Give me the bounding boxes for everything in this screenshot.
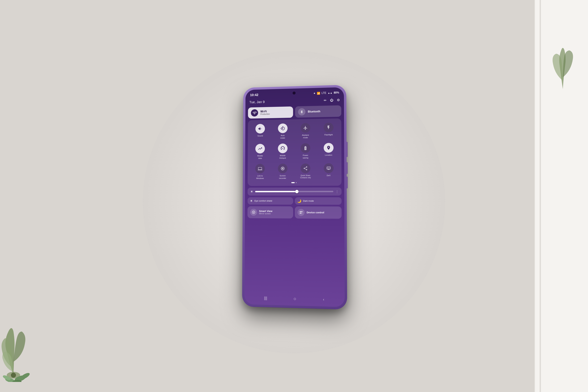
volume-down-button[interactable]: [347, 176, 348, 188]
svg-point-1: [11, 373, 16, 378]
power-saving-tile-icon: [301, 143, 310, 153]
smart-view-icon: [250, 208, 257, 216]
power-saving-tile-label: Powersaving: [303, 154, 308, 159]
location-tile-label: Location: [325, 154, 332, 156]
dot-2: [296, 182, 297, 183]
sound-tile[interactable]: Sound: [249, 122, 271, 141]
media-control-row: Smart View Mirror screen Device control: [247, 206, 342, 218]
dex-tile-label: DeX: [327, 174, 331, 176]
eye-comfort-tile[interactable]: ☀ Eye comfort shield: [248, 197, 293, 204]
quick-panel-date: Tue, Jan 9: [249, 100, 265, 104]
home-nav-icon[interactable]: ○: [293, 296, 296, 302]
brightness-fill: [255, 191, 298, 192]
shelf-divider: [540, 0, 541, 392]
header-action-icons: ✏ ⏻ ⚙: [324, 98, 340, 102]
airplane-tile-icon: [301, 123, 310, 133]
signal-icon: 📶: [317, 92, 320, 94]
quick-tiles-grid: Sound Autorotate: [249, 121, 340, 181]
volume-up-button[interactable]: [347, 162, 348, 174]
connectivity-row: Wi-Fi Production Bluetooth: [248, 105, 341, 118]
mobile-data-tile-icon: [255, 144, 265, 154]
mobile-data-tile-label: Mobiledata: [257, 154, 263, 160]
brightness-more-icon[interactable]: ⋮: [335, 189, 339, 194]
smart-view-label: Smart View: [259, 210, 272, 212]
airplane-tile[interactable]: Airplanemode: [295, 121, 316, 141]
wifi-tile-text: Wi-Fi Production: [260, 110, 270, 116]
wifi-status-icon: ▲▲: [328, 92, 332, 94]
bluetooth-tile-icon: [298, 108, 305, 116]
sound-tile-label: Sound: [257, 134, 263, 137]
link-windows-tile[interactable]: Link toWindows: [249, 162, 271, 181]
phone-screen: 10:42 ⁕ 📶 LTE ▲▲ 80% Tue, Jan 9 ✏ ⏻ ⚙: [244, 87, 345, 307]
brightness-slider[interactable]: [255, 191, 333, 192]
quick-share-tile-icon: [301, 163, 310, 173]
bluetooth-tile[interactable]: Bluetooth: [295, 105, 341, 118]
smart-view-text: Smart View Mirror screen: [259, 210, 272, 215]
phone-device: 10:42 ⁕ 📶 LTE ▲▲ 80% Tue, Jan 9 ✏ ⏻ ⚙: [242, 85, 347, 310]
wifi-tile[interactable]: Wi-Fi Production: [248, 106, 293, 118]
front-camera: [293, 92, 296, 94]
dark-mode-icon: 🌙: [297, 199, 301, 203]
power-icon[interactable]: ⏻: [330, 98, 333, 102]
status-icons: ⁕ 📶 LTE ▲▲ 80%: [313, 91, 339, 95]
device-control-text: Device control: [307, 211, 324, 214]
back-nav-icon[interactable]: ‹: [323, 297, 324, 302]
dot-1: [291, 182, 295, 183]
quick-settings-panel: Wi-Fi Production Bluetooth: [247, 105, 342, 293]
display-options-row: ☀ Eye comfort shield 🌙 Dark mode: [248, 197, 342, 205]
eye-comfort-label: Eye comfort shield: [255, 200, 272, 202]
edit-icon[interactable]: ✏: [324, 98, 327, 102]
wifi-sublabel: Production: [260, 113, 270, 115]
flashlight-tile[interactable]: Flashlight: [318, 121, 340, 140]
power-saving-tile[interactable]: Powersaving: [295, 141, 317, 161]
link-windows-tile-label: Link toWindows: [256, 174, 264, 180]
wifi-tile-icon: [251, 109, 258, 116]
quick-share-tile[interactable]: Quick ShareContacts only: [295, 162, 317, 181]
screen-recorder-tile-label: Screenrecorder: [279, 174, 286, 180]
hotspot-tile-label: MobileHotspot: [279, 154, 286, 159]
hotspot-tile-icon: [278, 143, 287, 153]
network-icon: LTE: [322, 92, 326, 94]
eye-comfort-icon: ☀: [250, 199, 253, 203]
flashlight-tile-icon: [324, 122, 333, 132]
dex-tile-icon: DeX: [324, 163, 334, 173]
screen-recorder-tile-icon: [278, 164, 288, 173]
hotspot-tile[interactable]: MobileHotspot: [272, 142, 293, 161]
bluetooth-label: Bluetooth: [308, 110, 320, 113]
brightness-thumb[interactable]: [295, 190, 299, 193]
sound-tile-icon: [256, 124, 265, 134]
brightness-icon: ☀: [250, 190, 253, 194]
auto-rotate-tile[interactable]: Autorotate: [272, 122, 293, 141]
page-dots: [249, 182, 340, 183]
dark-mode-tile[interactable]: 🌙 Dark mode: [295, 197, 342, 205]
navigation-bar: ||| ○ ‹: [244, 291, 345, 307]
dark-mode-label: Dark mode: [303, 200, 314, 202]
flashlight-tile-label: Flashlight: [324, 134, 333, 136]
plant-left-decoration: [0, 281, 64, 382]
bluetooth-status-icon: ⁕: [313, 92, 316, 95]
settings-icon[interactable]: ⚙: [337, 98, 340, 102]
location-tile-icon: [324, 143, 333, 153]
location-tile[interactable]: Location: [318, 141, 340, 161]
quick-share-tile-label: Quick ShareContacts only: [300, 174, 311, 179]
smart-view-tile[interactable]: Smart View Mirror screen: [247, 206, 293, 218]
phone-body: 10:42 ⁕ 📶 LTE ▲▲ 80% Tue, Jan 9 ✏ ⏻ ⚙: [242, 85, 347, 310]
recents-nav-icon[interactable]: |||: [264, 296, 267, 300]
auto-rotate-tile-icon: [278, 123, 287, 133]
brightness-control[interactable]: ☀ ⋮: [248, 187, 342, 196]
device-control-label: Device control: [307, 211, 324, 214]
bluetooth-tile-text: Bluetooth: [308, 110, 320, 113]
status-time: 10:42: [250, 93, 258, 97]
svg-text:DeX: DeX: [327, 167, 330, 169]
screen-recorder-tile[interactable]: Screenrecorder: [272, 162, 293, 181]
quick-tiles-container: Sound Autorotate: [248, 118, 342, 186]
mobile-data-tile[interactable]: Mobiledata: [249, 142, 271, 161]
device-control-tile[interactable]: Device control: [295, 206, 342, 218]
dex-tile[interactable]: DeX DeX: [318, 161, 340, 181]
plant-right-decoration: [544, 30, 581, 89]
wifi-label: Wi-Fi: [260, 110, 270, 113]
battery-level: 80%: [334, 91, 339, 94]
auto-rotate-tile-label: Autorotate: [280, 134, 285, 139]
airplane-tile-label: Airplanemode: [302, 134, 309, 139]
power-button[interactable]: [347, 142, 348, 157]
